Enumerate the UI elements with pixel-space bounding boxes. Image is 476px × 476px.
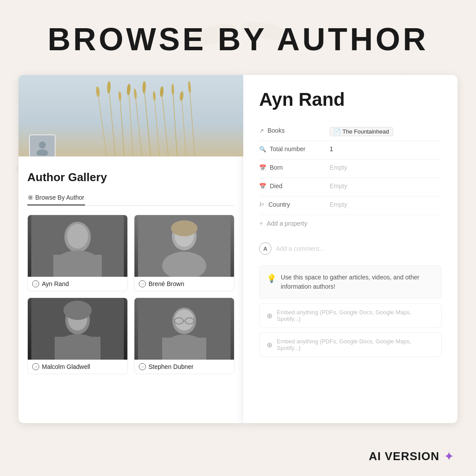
embed-icon-2: ⊕ [267, 341, 272, 349]
info-text: Use this space to gather articles, video… [281, 273, 434, 291]
tab-label: Browse By Author [35, 194, 84, 201]
svg-rect-54 [55, 337, 100, 360]
total-number-value: 1 [330, 145, 442, 152]
lightbulb-icon: 💡 [267, 274, 276, 283]
gallery-title: Author Gallery [27, 171, 234, 184]
svg-rect-62 [162, 338, 206, 360]
arrow-icon-brene-brown [139, 280, 146, 287]
total-number-label: Total number [270, 145, 305, 152]
author-name-row-ayn-rand: Ayn Rand [28, 277, 127, 291]
property-row-country: 🏳 Country Empty [259, 197, 442, 215]
calendar-icon-died: 📅 [259, 183, 266, 190]
author-grid: Ayn Rand [27, 215, 234, 374]
arrow-icon-ayn-rand [32, 280, 39, 287]
property-row-died: 📅 Died Empty [259, 178, 442, 197]
author-card-ayn-rand[interactable]: Ayn Rand [27, 215, 128, 291]
embed-row-2[interactable]: ⊕ Embed anything (PDFs, Google Docs, Goo… [259, 332, 442, 357]
property-list: ↗ Books 📄 The Fountainhead 🔍 Total numbe… [259, 123, 442, 215]
tab-browse-by-author[interactable]: ⊞ Browse By Author [27, 191, 85, 205]
author-name-ayn-rand: Ayn Rand [42, 280, 69, 287]
book-title: The Fountainhead [342, 128, 389, 135]
plus-icon: + [259, 219, 263, 227]
author-name-malcolm-gladwell: Malcolm Gladwell [42, 363, 90, 370]
add-property-button[interactable]: + Add a property [259, 215, 442, 232]
svg-point-41 [67, 224, 88, 249]
book-icon: 📄 [334, 128, 341, 135]
property-label-total-number: 🔍 Total number [259, 145, 330, 152]
svg-point-57 [175, 309, 194, 331]
born-value[interactable]: Empty [330, 164, 442, 171]
comment-avatar-letter: A [263, 245, 267, 252]
property-label-died: 📅 Died [259, 182, 330, 190]
info-box: 💡 Use this space to gather articles, vid… [259, 265, 442, 299]
died-label: Died [270, 182, 283, 190]
author-detail-title: Ayn Rand [259, 89, 442, 110]
comment-avatar: A [259, 242, 271, 255]
hash-icon: 🔍 [259, 146, 266, 152]
ai-version-text: AI VERSION [369, 450, 439, 463]
star-icon: ✦ [444, 449, 454, 464]
arrow-icon-stephen-dubner [139, 363, 146, 370]
author-name-stephen-dubner: Stephen Dubner [149, 363, 193, 370]
author-photo-brene-brown [134, 215, 234, 277]
property-row-total-number: 🔍 Total number 1 [259, 141, 442, 160]
left-panel: Author Gallery ⊞ Browse By Author [19, 75, 243, 423]
property-row-books: ↗ Books 📄 The Fountainhead [259, 123, 442, 141]
arrow-up-right-icon: ↗ [259, 127, 264, 134]
author-card-malcolm-gladwell[interactable]: Malcolm Gladwell [27, 298, 128, 374]
books-label: Books [268, 127, 285, 134]
footer: AI VERSION ✦ [369, 449, 454, 464]
right-panel: Ayn Rand ↗ Books 📄 The Fountainhead [243, 75, 457, 423]
born-label: Born [270, 164, 283, 171]
calendar-icon-born: 📅 [259, 164, 266, 171]
embed-icon-1: ⊕ [267, 312, 272, 320]
arrow-icon-malcolm-gladwell [32, 363, 39, 370]
author-photo-stephen-dubner [134, 298, 234, 360]
property-label-born: 📅 Born [259, 164, 330, 171]
author-name-row-malcolm-gladwell: Malcolm Gladwell [28, 360, 127, 374]
author-name-row-stephen-dubner: Stephen Dubner [134, 360, 234, 374]
books-value: 📄 The Fountainhead [330, 127, 442, 136]
author-card-stephen-dubner[interactable]: Stephen Dubner [134, 298, 234, 374]
content-area: Author Gallery ⊞ Browse By Author [19, 75, 457, 423]
author-name-row-brene-brown: Brené Brown [134, 277, 234, 291]
country-value[interactable]: Empty [330, 201, 442, 208]
person-icon [34, 140, 50, 156]
tab-bar: ⊞ Browse By Author [27, 191, 234, 206]
property-label-country: 🏳 Country [259, 201, 330, 208]
add-property-label: Add a property [267, 220, 307, 227]
embed-text-1: Embed anything (PDFs, Google Docs, Googl… [277, 309, 434, 322]
embed-text-2: Embed anything (PDFs, Google Docs, Googl… [277, 338, 434, 351]
avatar-placeholder [29, 134, 56, 156]
embed-row-1[interactable]: ⊕ Embed anything (PDFs, Google Docs, Goo… [259, 303, 442, 328]
page-title: BROWSE BY AUTHOR [0, 21, 476, 57]
property-row-born: 📅 Born Empty [259, 160, 442, 178]
svg-point-52 [63, 301, 92, 320]
cover-image [19, 75, 243, 156]
author-name-brene-brown: Brené Brown [149, 280, 184, 287]
book-chip[interactable]: 📄 The Fountainhead [330, 127, 393, 136]
property-label-books: ↗ Books [259, 127, 330, 134]
author-photo-malcolm-gladwell [28, 298, 127, 360]
table-icon: ⊞ [28, 194, 33, 201]
died-value[interactable]: Empty [330, 182, 442, 190]
left-panel-content: Author Gallery ⊞ Browse By Author [19, 156, 243, 383]
flag-icon: 🏳 [259, 201, 265, 208]
author-photo-ayn-rand [28, 215, 127, 277]
author-card-brene-brown[interactable]: Brené Brown [134, 215, 234, 291]
svg-point-37 [39, 141, 46, 149]
svg-point-38 [37, 149, 48, 156]
comment-row: A Add a comment... [259, 239, 442, 258]
comment-input[interactable]: Add a comment... [276, 245, 324, 252]
svg-rect-43 [53, 255, 102, 277]
svg-point-48 [171, 220, 197, 236]
country-label: Country [268, 201, 290, 208]
